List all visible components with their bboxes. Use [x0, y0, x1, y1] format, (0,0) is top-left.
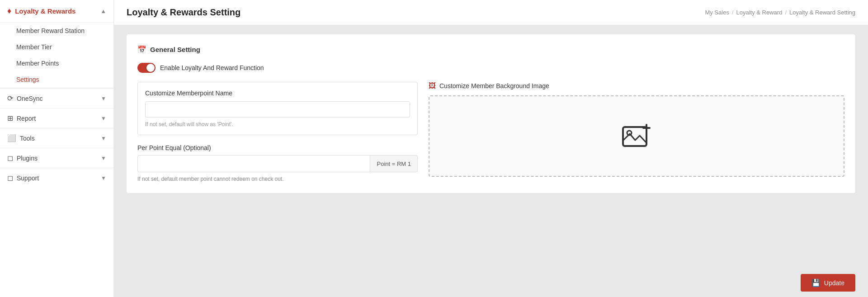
- sidebar-section-report: ⊞ Report ▼: [0, 108, 113, 128]
- col-right: 🖼 Customize Member Background Image: [429, 82, 844, 177]
- breadcrumb: My Sales / Loyalty & Reward / Loyalty & …: [705, 9, 855, 16]
- tools-icon: ⬜: [7, 134, 16, 142]
- per-point-badge: Point = RM 1: [370, 155, 418, 172]
- breadcrumb-current: Loyalty & Reward Setting: [789, 9, 855, 16]
- per-point-section: Per Point Equal (Optional) Point = RM 1 …: [137, 144, 418, 182]
- support-chevron-icon: ▼: [101, 175, 106, 181]
- breadcrumb-loyalty-reward[interactable]: Loyalty & Reward: [736, 9, 783, 16]
- image-icon: 🖼: [429, 82, 436, 90]
- update-button[interactable]: 💾 Update: [801, 274, 855, 292]
- toggle-label: Enable Loyalty And Reward Function: [160, 64, 264, 71]
- general-setting-card: 📅 General Setting Enable Loyalty And Rew…: [127, 34, 855, 193]
- toggle-row: Enable Loyalty And Reward Function: [137, 63, 844, 73]
- sidebar-tools-header[interactable]: ⬜ Tools ▼: [0, 128, 113, 148]
- upload-image-svg-icon: [621, 120, 652, 152]
- chevron-up-icon: ▲: [100, 8, 106, 14]
- memberpoint-name-input[interactable]: [145, 101, 410, 118]
- sidebar-section-onesync: ⟳ OneSync ▼: [0, 88, 113, 108]
- sidebar-section-tools: ⬜ Tools ▼: [0, 128, 113, 148]
- sidebar-report-header[interactable]: ⊞ Report ▼: [0, 108, 113, 128]
- per-point-input[interactable]: [137, 155, 370, 172]
- sidebar-item-member-reward-station[interactable]: Member Reward Station: [0, 23, 113, 39]
- page-title: Loyalty & Rewards Setting: [127, 7, 241, 18]
- sidebar-plugins-header[interactable]: ◻ Plugins ▼: [0, 148, 113, 168]
- image-upload-header: 🖼 Customize Member Background Image: [429, 82, 844, 90]
- save-icon: 💾: [811, 278, 821, 287]
- report-chevron-icon: ▼: [101, 115, 106, 122]
- sidebar-main-label: Loyalty & Rewards: [15, 7, 75, 15]
- plugins-label: Plugins: [17, 155, 38, 162]
- content-area: 📅 General Setting Enable Loyalty And Rew…: [114, 25, 868, 269]
- onesync-icon: ⟳: [7, 94, 13, 103]
- onesync-chevron-icon: ▼: [101, 95, 106, 102]
- calendar-icon: 📅: [137, 45, 146, 54]
- per-point-hint: If not set, default member point cannot …: [137, 176, 418, 182]
- toggle-knob: [146, 64, 155, 72]
- tools-chevron-icon: ▼: [101, 135, 106, 141]
- section-title-row: 📅 General Setting: [137, 45, 844, 54]
- onesync-label: OneSync: [17, 95, 43, 102]
- sidebar-item-member-points[interactable]: Member Points: [0, 55, 113, 71]
- customize-memberpoint-box: Customize Memberpoint Name If not set, d…: [137, 82, 418, 135]
- per-point-row: Point = RM 1: [137, 155, 418, 172]
- breadcrumb-my-sales[interactable]: My Sales: [705, 9, 729, 16]
- image-upload-area[interactable]: [429, 95, 844, 177]
- sidebar-section-plugins: ◻ Plugins ▼: [0, 148, 113, 168]
- sidebar-submenu: Member Reward Station Member Tier Member…: [0, 23, 113, 88]
- update-btn-label: Update: [824, 279, 844, 287]
- sidebar-section-support: ◻ Support ▼: [0, 168, 113, 188]
- support-label: Support: [17, 174, 39, 182]
- sidebar: ♦ Loyalty & Rewards ▲ Member Reward Stat…: [0, 0, 114, 297]
- support-icon: ◻: [7, 174, 13, 182]
- col-left: Customize Memberpoint Name If not set, d…: [137, 82, 418, 182]
- customize-memberpoint-title: Customize Memberpoint Name: [145, 90, 410, 97]
- breadcrumb-sep-2: /: [785, 9, 787, 16]
- report-icon: ⊞: [7, 114, 13, 123]
- two-col-layout: Customize Memberpoint Name If not set, d…: [137, 82, 844, 182]
- breadcrumb-sep-1: /: [732, 9, 734, 16]
- image-upload-title: Customize Member Background Image: [439, 82, 549, 90]
- sidebar-item-member-tier[interactable]: Member Tier: [0, 39, 113, 55]
- report-label: Report: [17, 115, 36, 122]
- update-btn-area: 💾 Update: [114, 269, 868, 297]
- memberpoint-hint: If not set, default will show as 'Point'…: [145, 121, 410, 127]
- plugins-icon: ◻: [7, 154, 13, 162]
- sidebar-item-loyalty-rewards[interactable]: ♦ Loyalty & Rewards ▲: [0, 0, 113, 23]
- per-point-label: Per Point Equal (Optional): [137, 144, 418, 151]
- tools-label: Tools: [20, 135, 35, 142]
- section-title-text: General Setting: [150, 46, 200, 53]
- sidebar-item-settings[interactable]: Settings: [0, 71, 113, 88]
- loyalty-toggle[interactable]: [137, 63, 156, 73]
- sidebar-support-header[interactable]: ◻ Support ▼: [0, 168, 113, 188]
- sidebar-onesync-header[interactable]: ⟳ OneSync ▼: [0, 89, 113, 108]
- top-header: Loyalty & Rewards Setting My Sales / Loy…: [114, 0, 868, 25]
- plugins-chevron-icon: ▼: [101, 155, 106, 161]
- diamond-icon: ♦: [7, 6, 11, 16]
- main-content: Loyalty & Rewards Setting My Sales / Loy…: [114, 0, 868, 297]
